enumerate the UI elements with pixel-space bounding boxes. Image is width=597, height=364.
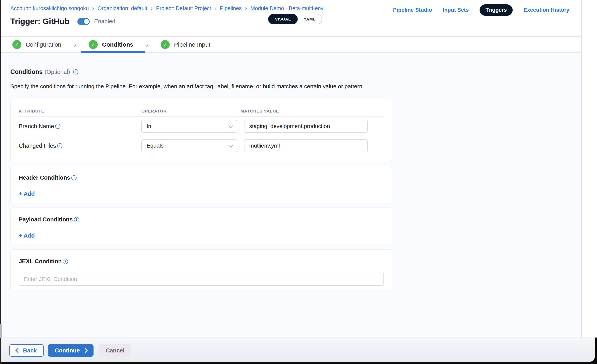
right-gutter-panel xyxy=(581,0,597,338)
pipeline-top-nav: Pipeline Studio Input Sets Triggers Exec… xyxy=(393,4,569,16)
operator-select[interactable]: Equals xyxy=(141,139,237,152)
cancel-button[interactable]: Cancel xyxy=(99,344,131,357)
card-title-row: JEXL Condition xyxy=(19,258,384,265)
conditions-panel: Conditions (Optional) Specify the condit… xyxy=(1,53,581,291)
window-bottom-edge xyxy=(0,362,597,364)
operator-selected-value: In xyxy=(147,123,151,129)
chevron-right-icon: › xyxy=(245,5,247,11)
jexl-condition-card: JEXL Condition xyxy=(10,249,392,291)
branch-name-label: Branch Name xyxy=(19,123,141,130)
info-icon[interactable] xyxy=(57,143,63,148)
info-icon[interactable] xyxy=(73,69,78,75)
check-circle-icon xyxy=(161,40,170,49)
add-payload-condition-button[interactable]: + Add xyxy=(19,232,35,239)
step-pipeline-input[interactable]: Pipeline Input xyxy=(161,37,210,52)
chevron-down-icon xyxy=(228,123,233,128)
conditions-table-card: ATTRIBUTE OPERATOR MATCHES VALUE Branch … xyxy=(10,99,392,161)
header-conditions-title: Header Conditions xyxy=(19,174,70,181)
yaml-tab[interactable]: YAML xyxy=(298,17,322,22)
breadcrumb: Account: kurosakiichigo.songoku › Organi… xyxy=(10,5,323,12)
step-pipeline-input-label: Pipeline Input xyxy=(174,41,210,48)
info-icon[interactable] xyxy=(63,259,68,264)
page-header: Account: kurosakiichigo.songoku › Organi… xyxy=(1,0,581,37)
visual-yaml-toggle: VISUAL YAML xyxy=(268,14,322,24)
table-header-row: ATTRIBUTE OPERATOR MATCHES VALUE xyxy=(19,109,384,114)
info-icon[interactable] xyxy=(74,217,79,222)
check-circle-icon xyxy=(12,40,21,49)
enabled-toggle[interactable] xyxy=(77,18,90,25)
back-button-label: Back xyxy=(23,347,37,354)
chevron-right-icon: › xyxy=(92,5,94,11)
nav-pipeline-studio[interactable]: Pipeline Studio xyxy=(393,7,432,13)
attribute-column-header: ATTRIBUTE xyxy=(19,109,141,114)
matches-value-column-header: MATCHES VALUE xyxy=(241,109,368,114)
breadcrumb-account[interactable]: Account: kurosakiichigo.songoku xyxy=(10,5,89,12)
changed-files-label: Changed Files xyxy=(19,143,141,149)
breadcrumb-project[interactable]: Project: Default Project xyxy=(156,5,211,12)
back-button[interactable]: Back xyxy=(9,344,44,357)
chevron-down-icon xyxy=(228,143,233,148)
table-row: Branch Name In xyxy=(19,117,384,136)
operator-cell: In xyxy=(141,120,241,133)
card-title-row: Header Conditions xyxy=(19,174,384,181)
breadcrumb-pipeline-name[interactable]: Module Demo - Beta-multi-env xyxy=(251,5,323,12)
info-icon[interactable] xyxy=(55,124,60,129)
matches-value-input[interactable] xyxy=(244,120,368,133)
chevron-right-icon xyxy=(83,348,87,353)
breadcrumb-pipelines[interactable]: Pipelines xyxy=(220,5,242,12)
footer-action-bar: Back Continue Cancel xyxy=(1,338,595,362)
step-conditions-label: Conditions xyxy=(102,41,134,48)
attribute-label-text: Branch Name xyxy=(19,123,54,130)
step-configuration[interactable]: Configuration xyxy=(12,37,61,52)
header-conditions-card: Header Conditions + Add xyxy=(10,166,392,203)
card-title-row: Payload Conditions xyxy=(19,216,384,223)
table-row: Changed Files Equals xyxy=(19,136,384,155)
jexl-condition-input[interactable] xyxy=(19,273,384,286)
section-title: Conditions xyxy=(10,68,43,76)
chevron-right-icon xyxy=(74,41,76,49)
attribute-label-text: Changed Files xyxy=(19,143,56,149)
chevron-right-icon xyxy=(146,41,148,49)
wizard-steps: Configuration Conditions Pipeline Input xyxy=(12,37,210,52)
section-description: Specify the conditions for running the P… xyxy=(10,83,409,90)
continue-button-label: Continue xyxy=(55,347,80,354)
check-circle-icon xyxy=(89,40,98,49)
left-edge-notch xyxy=(0,324,2,338)
main-column: Account: kurosakiichigo.songoku › Organi… xyxy=(1,0,581,338)
add-header-condition-button[interactable]: + Add xyxy=(19,190,35,197)
wizard-tabs-bar: Configuration Conditions Pipeline Input xyxy=(1,37,581,53)
payload-conditions-card: Payload Conditions + Add xyxy=(10,207,392,245)
title-row: Trigger: GitHub Enabled xyxy=(10,17,116,26)
window-left-edge xyxy=(0,0,1,364)
operator-column-header: OPERATOR xyxy=(141,109,241,114)
step-configuration-label: Configuration xyxy=(26,41,61,48)
operator-select[interactable]: In xyxy=(141,120,237,133)
chevron-left-icon xyxy=(16,348,21,353)
operator-cell: Equals xyxy=(141,139,241,152)
chevron-right-icon: › xyxy=(214,5,217,11)
breadcrumb-organization[interactable]: Organization: default xyxy=(97,5,147,12)
section-optional-label: (Optional) xyxy=(45,69,70,75)
info-icon[interactable] xyxy=(71,175,77,180)
visual-tab[interactable]: VISUAL xyxy=(268,14,298,24)
page-title: Trigger: GitHub xyxy=(10,17,69,26)
nav-input-sets[interactable]: Input Sets xyxy=(443,7,469,13)
nav-triggers-active[interactable]: Triggers xyxy=(479,4,513,16)
toggle-knob-icon xyxy=(83,19,89,24)
enabled-label: Enabled xyxy=(94,18,115,25)
chevron-right-icon: › xyxy=(150,5,153,11)
payload-conditions-title: Payload Conditions xyxy=(19,216,73,223)
operator-selected-value: Equals xyxy=(147,143,164,149)
continue-button[interactable]: Continue xyxy=(48,344,94,357)
step-conditions[interactable]: Conditions xyxy=(89,37,134,52)
matches-value-input[interactable] xyxy=(244,139,368,152)
jexl-condition-title: JEXL Condition xyxy=(19,258,62,265)
cancel-button-label: Cancel xyxy=(105,347,125,354)
section-heading-row: Conditions (Optional) xyxy=(10,68,581,76)
nav-execution-history[interactable]: Execution History xyxy=(523,7,569,13)
